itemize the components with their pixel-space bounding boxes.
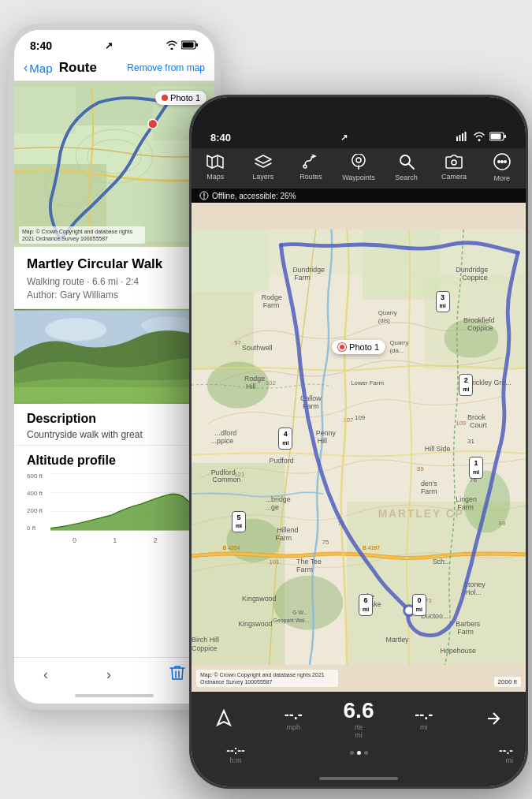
map-copyright-front: Map: © Crown Copyright and database righ…	[196, 670, 338, 687]
svg-marker-28	[207, 155, 223, 168]
center-distance-unit: rtemi	[344, 723, 374, 739]
front-status-arrow: ↗	[340, 133, 348, 143]
svg-rect-23	[462, 133, 463, 141]
stats-row-bottom: --:-- h:m --.- mi	[204, 744, 513, 764]
svg-text:Hol...: Hol...	[465, 588, 482, 596]
svg-rect-26	[491, 134, 501, 140]
toolbar-item-camera[interactable]: Camera	[434, 155, 474, 181]
offline-banner: Offline, accessible: 26%	[192, 189, 526, 203]
route-title: Martley Circular Walk	[27, 256, 202, 272]
bottom-toolbar-back: ‹ ›	[14, 657, 214, 688]
svg-point-35	[400, 155, 410, 165]
status-arrow-back: ↗	[105, 40, 113, 51]
svg-text:Hill Side: Hill Side	[425, 445, 451, 453]
svg-text:Farm: Farm	[296, 566, 313, 573]
svg-line-36	[409, 164, 414, 169]
routes-icon	[302, 155, 319, 171]
front-status-time: 8:40	[210, 132, 231, 144]
speed-unit: mph	[287, 723, 301, 731]
x-label-2: 2	[154, 536, 158, 544]
toolbar-item-maps[interactable]: Maps	[195, 155, 235, 181]
svg-point-14	[45, 318, 106, 341]
svg-text:31: 31	[467, 438, 474, 445]
remaining-value: --.-	[415, 707, 433, 723]
remaining-unit: mi	[420, 723, 428, 731]
svg-text:Southwell: Southwell	[242, 344, 272, 352]
search-icon	[399, 154, 415, 172]
svg-text:Farm: Farm	[294, 274, 311, 282]
svg-text:Common: Common	[213, 476, 241, 484]
nav-bar-back: ‹ Map Route Remove from map	[14, 55, 214, 81]
remove-from-map-button[interactable]: Remove from map	[127, 62, 205, 73]
svg-text:MARTLEY CP: MARTLEY CP	[378, 508, 464, 520]
svg-text:Hill: Hill	[246, 383, 255, 390]
y-label-0: 0 ft	[27, 525, 43, 532]
svg-text:Pudford: Pudford	[211, 469, 236, 476]
status-time-back: 8:40	[30, 39, 52, 52]
map-thumbnail: Photo 1 Map: © Crown Copyright and datab…	[14, 81, 214, 247]
direction-icon	[484, 709, 503, 728]
svg-text:89: 89	[417, 465, 424, 472]
svg-text:Penny: Penny	[316, 429, 337, 437]
description-section: Description Countryside walk with great	[14, 404, 214, 446]
photo-marker-front[interactable]: Photo 1	[332, 340, 385, 354]
svg-rect-21	[456, 136, 458, 141]
svg-text:Coppice: Coppice	[462, 274, 488, 282]
svg-text:The Tee: The Tee	[296, 558, 322, 566]
svg-text:Farm: Farm	[457, 503, 474, 511]
delete-button[interactable]	[169, 664, 185, 685]
svg-text:Kingswood: Kingswood	[238, 620, 272, 628]
stat-center-distance: 6.6 rtemi	[344, 698, 374, 739]
offline-text: Offline, accessible: 26%	[212, 192, 296, 200]
svg-text:Farm: Farm	[263, 301, 280, 309]
navigate-icon	[214, 709, 233, 728]
route-meta-line2: Author: Gary Williams	[27, 289, 202, 302]
notch-area	[192, 105, 526, 129]
svg-text:den's: den's	[421, 480, 437, 487]
front-map[interactable]: 97 102 107 121 101 89 109 78 73 89 B 420…	[192, 203, 526, 692]
dist-6mi: 6mi	[359, 594, 373, 616]
x-label-1: 1	[113, 536, 117, 544]
page-dots	[350, 751, 368, 755]
home-indicator-bar-back	[75, 694, 154, 697]
front-battery-icon	[489, 132, 507, 144]
next-button[interactable]: ›	[106, 664, 111, 685]
front-top-area: 8:40 ↗	[192, 97, 526, 203]
svg-point-33	[356, 158, 361, 162]
altitude-section: Altitude profile 600 ft 400 ft 200 ft 0 …	[14, 446, 214, 552]
svg-text:109: 109	[456, 420, 466, 427]
status-icons-back	[166, 40, 199, 52]
altitude-graph	[50, 472, 202, 532]
y-label-400: 400 ft	[27, 490, 43, 497]
svg-text:...ge: ...ge	[266, 503, 279, 511]
toolbar-item-routes[interactable]: Routes	[291, 155, 330, 181]
front-wifi-icon	[473, 132, 485, 144]
svg-text:Pudford: Pudford	[270, 457, 294, 465]
toolbar-item-search[interactable]: Search	[387, 154, 426, 181]
svg-rect-1	[183, 42, 194, 47]
toolbar-item-layers[interactable]: Layers	[244, 155, 283, 181]
svg-text:...dford: ...dford	[215, 429, 237, 437]
altitude-x-labels: 0 1 2 3	[50, 536, 202, 544]
description-title: Description	[27, 412, 202, 426]
front-signal-icon	[456, 132, 469, 144]
altitude-y-labels: 600 ft 400 ft 200 ft 0 ft	[27, 472, 43, 532]
svg-text:B 4197: B 4197	[363, 545, 380, 551]
x-label-0: 0	[73, 536, 76, 544]
front-toolbar: Maps Layers	[192, 148, 526, 189]
prev-button[interactable]: ‹	[43, 664, 48, 685]
toolbar-item-more[interactable]: More	[482, 153, 522, 182]
toolbar-item-waypoints[interactable]: Waypoints	[339, 154, 378, 181]
svg-text:Birch Hill: Birch Hill	[192, 636, 219, 644]
photo-dot	[162, 95, 168, 101]
svg-rect-27	[504, 135, 507, 138]
offline-icon	[199, 191, 209, 200]
svg-text:Farm: Farm	[275, 534, 292, 542]
y-label-600: 600 ft	[27, 472, 43, 480]
svg-point-39	[497, 161, 499, 162]
time-unit: h:m	[229, 756, 241, 764]
route-info-section: Martley Circular Walk Walking route · 6.…	[14, 247, 214, 309]
svg-text:Quarry: Quarry	[378, 309, 397, 316]
svg-text:75: 75	[322, 539, 329, 546]
svg-rect-49	[192, 292, 254, 370]
